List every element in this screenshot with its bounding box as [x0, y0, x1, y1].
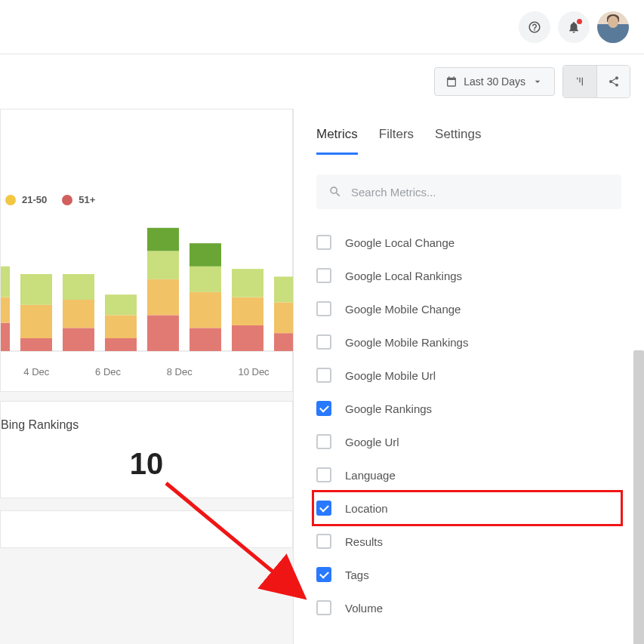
lower-card	[0, 510, 293, 548]
search-box[interactable]	[316, 174, 621, 209]
share-button[interactable]	[596, 66, 630, 97]
metric-item[interactable]: Volume	[316, 591, 621, 624]
metric-item[interactable]: Google Url	[316, 425, 621, 458]
sliders-icon	[574, 75, 586, 88]
checkbox[interactable]	[316, 334, 331, 350]
legend-dot-icon	[62, 195, 72, 205]
notifications-button[interactable]	[558, 11, 590, 43]
share-icon	[608, 75, 620, 88]
chart-card: 21-50 51+ 4 Dec 6 Dec 8 Dec 10 Dec	[0, 109, 293, 392]
svg-rect-13	[147, 315, 179, 351]
checkbox[interactable]	[316, 368, 331, 383]
svg-rect-26	[274, 276, 294, 302]
metric-label: Volume	[345, 602, 383, 615]
svg-rect-12	[105, 294, 137, 315]
metric-label: Location	[345, 502, 388, 515]
svg-rect-4	[20, 338, 52, 351]
date-range-label: Last 30 Days	[464, 75, 525, 88]
metric-item[interactable]: Google Mobile Rankings	[316, 325, 621, 359]
checkbox[interactable]	[316, 534, 331, 549]
svg-rect-21	[232, 325, 263, 351]
metric-item[interactable]: Tags	[316, 558, 621, 591]
avatar	[597, 11, 629, 43]
chart-x-axis: 4 Dec 6 Dec 8 Dec 10 Dec	[1, 359, 292, 391]
checkbox[interactable]	[316, 467, 331, 482]
caret-down-icon	[532, 75, 544, 88]
checkbox[interactable]	[316, 268, 331, 283]
checkbox[interactable]	[316, 567, 331, 582]
chart-legend: 21-50 51+	[1, 194, 292, 205]
svg-rect-2	[1, 297, 10, 323]
svg-rect-5	[20, 305, 52, 338]
svg-rect-15	[147, 251, 179, 279]
x-tick: 10 Dec	[238, 366, 269, 377]
svg-rect-9	[63, 274, 94, 300]
help-icon	[528, 20, 541, 34]
svg-rect-22	[232, 297, 263, 325]
legend-label: 21-50	[22, 194, 47, 205]
metric-item[interactable]: Results	[316, 525, 621, 558]
checkbox[interactable]	[316, 401, 331, 416]
panel-tabs: Metrics Filters Settings	[294, 109, 644, 155]
search-input[interactable]	[351, 186, 609, 199]
checkbox[interactable]	[316, 301, 331, 316]
x-tick: 4 Dec	[23, 366, 49, 377]
avatar-button[interactable]	[597, 11, 629, 43]
panel-toggle-group	[562, 65, 630, 98]
metric-label: Language	[345, 469, 396, 482]
svg-rect-6	[20, 274, 52, 305]
svg-rect-10	[105, 338, 137, 351]
svg-rect-20	[190, 243, 221, 267]
summary-value: 10	[1, 447, 292, 481]
checkbox[interactable]	[316, 434, 331, 449]
metric-list[interactable]: Google Local ChangeGoogle Local Rankings…	[294, 223, 644, 644]
stacked-bar-chart	[1, 185, 294, 359]
help-button[interactable]	[519, 11, 550, 43]
metric-label: Google Local Rankings	[345, 270, 462, 282]
summary-label: Bing Rankings	[1, 418, 292, 432]
legend-label: 51+	[79, 194, 95, 205]
metric-label: Results	[345, 535, 383, 548]
settings-panel-button[interactable]	[563, 66, 596, 97]
checkbox[interactable]	[316, 600, 331, 615]
metric-label: Google Mobile Change	[345, 303, 461, 316]
metric-item[interactable]: Location	[313, 491, 621, 525]
svg-rect-25	[274, 302, 294, 333]
tab-metrics[interactable]: Metrics	[316, 127, 358, 155]
checkbox[interactable]	[316, 235, 331, 250]
metric-item[interactable]: Google Local Rankings	[316, 259, 621, 292]
svg-rect-24	[274, 333, 294, 351]
notification-dot	[577, 19, 582, 24]
svg-rect-7	[63, 328, 94, 351]
toolbar: Last 30 Days	[0, 54, 644, 109]
tab-settings[interactable]: Settings	[435, 127, 481, 155]
legend-item-21-50: 21-50	[5, 194, 47, 205]
legend-item-51: 51+	[62, 194, 95, 205]
metric-item[interactable]: Google Mobile Url	[316, 359, 621, 392]
side-panel: Metrics Filters Settings Google Local Ch…	[293, 109, 644, 644]
x-tick: 8 Dec	[167, 366, 193, 377]
metric-label: Google Local Change	[345, 236, 454, 249]
metric-item[interactable]: Google Rankings	[316, 392, 621, 425]
metric-label: Google Rankings	[345, 402, 432, 415]
checkbox[interactable]	[316, 501, 331, 516]
calendar-icon	[445, 75, 458, 88]
summary-card: Bing Rankings 10	[0, 401, 293, 498]
metric-label: Tags	[345, 569, 369, 581]
svg-rect-17	[190, 328, 221, 351]
metric-item[interactable]: Google Mobile Change	[316, 292, 621, 325]
search-wrap	[294, 155, 644, 223]
scrollbar-thumb[interactable]	[633, 350, 644, 644]
metric-item[interactable]: Language	[316, 458, 621, 491]
svg-rect-23	[232, 269, 263, 297]
svg-rect-3	[1, 267, 10, 297]
svg-rect-14	[147, 279, 179, 316]
metric-label: Google Mobile Rankings	[345, 336, 468, 349]
date-range-button[interactable]: Last 30 Days	[434, 67, 555, 96]
metric-label: Google Mobile Url	[345, 369, 436, 382]
svg-rect-11	[105, 315, 137, 338]
svg-rect-16	[147, 228, 179, 251]
main-area: 21-50 51+ 4 Dec 6 Dec 8 Dec 10 Dec Bing …	[0, 109, 644, 644]
tab-filters[interactable]: Filters	[379, 127, 414, 155]
metric-item[interactable]: Google Local Change	[316, 226, 621, 259]
